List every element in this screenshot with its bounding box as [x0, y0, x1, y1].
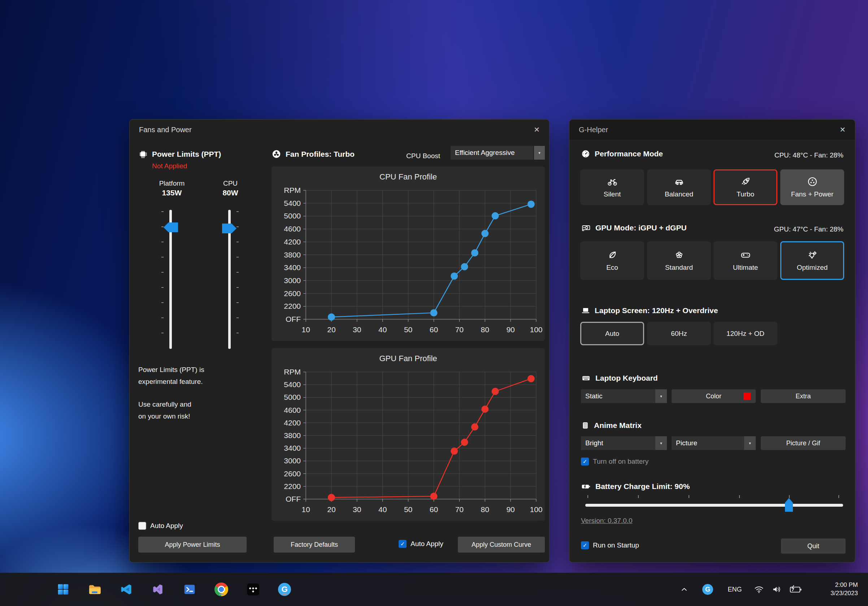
svg-text:3400: 3400 [284, 263, 301, 271]
matrix-picture-gif-button[interactable]: Picture / Gif [761, 436, 846, 450]
svg-text:5400: 5400 [284, 199, 301, 207]
svg-text:80: 80 [481, 325, 489, 334]
svg-text:50: 50 [404, 325, 412, 334]
cpu-fan-chart[interactable]: CPU Fan ProfileRPM5400500046004200380034… [271, 166, 545, 341]
svg-text:30: 30 [353, 325, 361, 334]
chevron-down-icon[interactable]: ▾ [744, 436, 756, 450]
clock[interactable]: 2:00 PM 3/23/2023 [831, 581, 858, 597]
chrome-button[interactable] [214, 582, 229, 597]
car-icon [673, 176, 685, 187]
start-button[interactable] [56, 582, 70, 597]
svg-text:5000: 5000 [284, 212, 301, 220]
svg-text:4600: 4600 [284, 406, 301, 414]
battery-tray-button[interactable] [788, 582, 803, 597]
volume-tray-button[interactable] [770, 582, 783, 597]
network-tray-button[interactable] [753, 582, 765, 597]
running-indicator [219, 594, 224, 595]
screen-auto-button[interactable]: Auto [580, 322, 644, 345]
tray-chevron-button[interactable] [679, 582, 690, 597]
svg-text:10: 10 [301, 505, 310, 513]
svg-text:5000: 5000 [284, 393, 301, 401]
svg-text:3400: 3400 [284, 444, 301, 452]
svg-text:40: 40 [378, 505, 387, 513]
gpu-optimized-button[interactable]: Optimized [780, 241, 844, 280]
tidal-icon [246, 583, 260, 596]
power-limits-status: Not Applied [152, 162, 187, 170]
gpu-fan-chart[interactable]: GPU Fan ProfileRPM5400500046004200380034… [271, 348, 545, 521]
svg-text:90: 90 [506, 505, 515, 513]
gamepad-icon [740, 250, 751, 260]
g-helper-tray-button[interactable]: G [702, 582, 714, 597]
svg-text:70: 70 [455, 325, 463, 334]
screen-120hz-od-button[interactable]: 120Hz + OD [713, 322, 777, 345]
mode-fans-power-button[interactable]: Fans + Power [780, 169, 844, 205]
gpu-temp-status: GPU: 47°C - Fan: 28% [774, 225, 843, 233]
quit-button[interactable]: Quit [781, 538, 846, 553]
curve-auto-apply-checkbox[interactable]: ✓ [398, 540, 406, 548]
gpu-card-icon [581, 223, 591, 232]
chevron-down-icon[interactable]: ▾ [655, 436, 667, 450]
platform-slider-handle[interactable] [164, 222, 178, 232]
laptop-screen-header: Laptop Screen: 120Hz + Overdrive [581, 306, 718, 315]
screen-60hz-button[interactable]: 60Hz [647, 322, 711, 345]
cpu-slider-value: 80W [204, 189, 257, 197]
gpu-standard-button[interactable]: Standard [647, 241, 711, 280]
gpu-eco-button[interactable]: Eco [580, 241, 644, 280]
vscode-button[interactable] [119, 582, 133, 597]
svg-text:20: 20 [327, 325, 335, 334]
power-auto-apply-checkbox[interactable] [138, 522, 146, 530]
g-helper-tray-icon: G [702, 584, 713, 595]
tidal-button[interactable] [246, 582, 260, 597]
g-helper-title: G-Helper [579, 126, 608, 134]
keyboard-extra-button[interactable]: Extra [761, 389, 846, 403]
svg-text:60: 60 [430, 325, 438, 334]
bicycle-icon [607, 176, 618, 187]
keyboard-color-button[interactable]: Color [671, 389, 756, 403]
svg-text:RPM: RPM [284, 186, 301, 194]
svg-text:4600: 4600 [284, 225, 301, 233]
g-helper-titlebar: G-Helper ✕ [569, 119, 855, 140]
turn-off-on-battery-checkbox[interactable]: ✓ [581, 457, 589, 465]
running-indicator [282, 594, 287, 595]
svg-text:OFF: OFF [285, 315, 301, 323]
factory-defaults-button[interactable]: Factory Defaults [274, 537, 355, 553]
mode-silent-button[interactable]: Silent [580, 169, 644, 205]
apply-power-limits-button[interactable]: Apply Power Limits [138, 537, 246, 553]
version-link[interactable]: Version: 0.37.0.0 [581, 517, 632, 525]
language-indicator[interactable]: ENG [725, 582, 744, 597]
cpu-power-slider-handle[interactable] [222, 223, 237, 233]
close-icon[interactable]: ✕ [840, 125, 846, 134]
matrix-running-dropdown[interactable]: Picture ▾ [671, 436, 756, 450]
battery-slider-track[interactable] [585, 504, 843, 507]
chevron-down-icon[interactable]: ▾ [533, 146, 545, 160]
fans-and-power-window: Fans and Power ✕ Power Limits (PPT) Not … [129, 119, 550, 563]
leaf-icon [607, 250, 618, 260]
mode-balanced-button[interactable]: Balanced [647, 169, 711, 205]
mode-turbo-button[interactable]: Turbo [713, 169, 777, 205]
svg-text:5400: 5400 [284, 380, 301, 389]
svg-text:3000: 3000 [284, 276, 301, 285]
terminal-button[interactable] [182, 582, 197, 597]
g-helper-taskbar-button[interactable]: G [277, 582, 292, 597]
wifi-icon [753, 584, 764, 594]
battery-slider-ticks [585, 495, 843, 498]
cpu-temp-status: CPU: 48°C - Fan: 28% [775, 151, 843, 159]
battery-slider-handle[interactable] [785, 498, 793, 512]
power-limits-auto-apply-row: Auto Apply [138, 522, 183, 530]
platform-slider-ticks [161, 211, 164, 348]
visual-studio-button[interactable] [150, 582, 165, 597]
keyboard-icon [581, 374, 591, 383]
apply-custom-curve-button[interactable]: Apply Custom Curve [458, 537, 545, 553]
chevron-down-icon[interactable]: ▾ [655, 389, 667, 403]
chip-icon [138, 149, 148, 159]
run-on-startup-checkbox[interactable]: ✓ [581, 541, 589, 549]
tray-date: 3/23/2023 [831, 589, 858, 597]
g-helper-window: G-Helper ✕ Performance Mode CPU: 48°C - … [569, 119, 856, 563]
keyboard-mode-dropdown[interactable]: Static ▾ [581, 389, 667, 403]
file-explorer-button[interactable] [87, 582, 102, 597]
matrix-brightness-dropdown[interactable]: Bright ▾ [581, 436, 667, 450]
cpu-boost-dropdown[interactable]: Efficient Aggressive ▾ [451, 146, 545, 160]
close-icon[interactable]: ✕ [534, 125, 540, 134]
laptop-keyboard-header: Laptop Keyboard [581, 374, 658, 383]
gpu-ultimate-button[interactable]: Ultimate [713, 241, 777, 280]
